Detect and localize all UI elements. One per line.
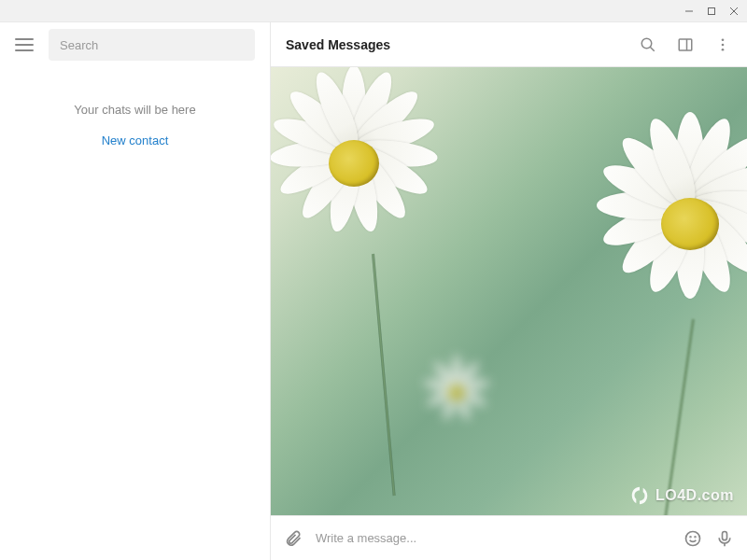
svg-point-9 [722,43,725,46]
more-vertical-icon [714,36,731,53]
chat-panel: Saved Messages [271,22,747,560]
chat-title: Saved Messages [286,37,639,52]
empty-chats-label: Your chats will be here [0,103,270,117]
svg-rect-1 [709,7,715,14]
search-icon [640,36,656,53]
svg-line-5 [650,47,655,51]
sidepanel-icon [677,36,694,53]
message-input-bar [271,515,747,560]
watermark-logo-icon [629,485,650,506]
search-box[interactable] [49,29,255,61]
svg-point-12 [690,536,691,537]
paperclip-icon [284,529,303,548]
background-decoration [560,95,747,357]
microphone-icon [715,529,734,548]
maximize-button[interactable] [706,6,717,17]
search-input[interactable] [60,38,244,52]
more-button[interactable] [713,35,732,54]
menu-icon [15,38,34,40]
emoji-icon [684,529,702,548]
maximize-icon [707,7,716,16]
sidebar: Your chats will be here New contact [0,22,271,560]
message-input[interactable] [316,531,670,545]
emoji-button[interactable] [684,529,702,548]
watermark: LO4D.com [629,485,734,506]
sidepanel-button[interactable] [676,35,695,54]
background-decoration [271,67,467,273]
svg-point-11 [686,531,700,545]
chat-background: LO4D.com [271,67,747,515]
minimize-button[interactable] [684,6,695,17]
attach-button[interactable] [284,529,303,548]
chat-header: Saved Messages [271,22,747,67]
svg-rect-6 [679,39,692,50]
svg-point-10 [722,48,725,50]
svg-rect-14 [723,531,727,539]
menu-button[interactable] [15,38,34,51]
window-titlebar [0,0,747,22]
header-actions [639,35,732,54]
app-container: Your chats will be here New contact Save… [0,22,747,560]
svg-point-13 [695,536,696,537]
background-decoration [372,254,396,496]
svg-point-8 [722,38,725,41]
sidebar-header [0,22,270,67]
new-contact-link[interactable]: New contact [0,133,270,147]
voice-button[interactable] [715,529,734,548]
chat-list-empty: Your chats will be here New contact [0,67,270,560]
header-search-button[interactable] [639,35,657,54]
background-decoration [411,347,504,441]
svg-point-4 [641,38,652,49]
minimize-icon [684,7,694,16]
close-icon [729,7,739,16]
close-button[interactable] [728,6,740,17]
